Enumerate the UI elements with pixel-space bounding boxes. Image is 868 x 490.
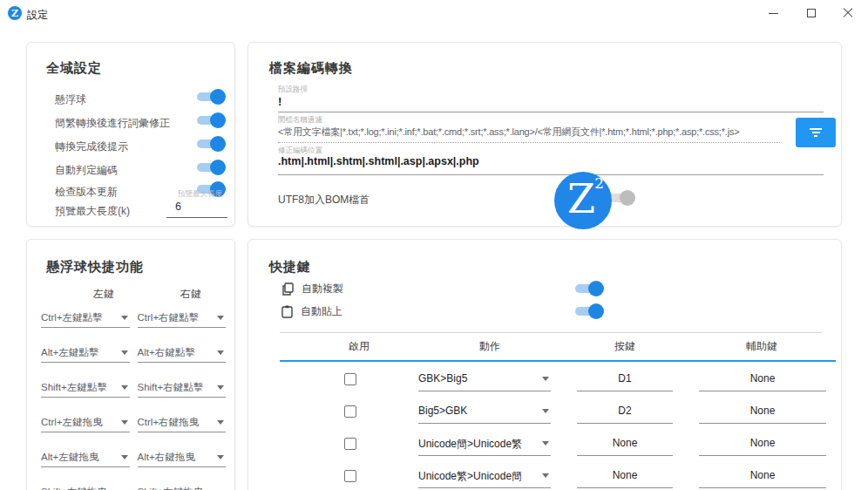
key-field[interactable]: D2: [577, 405, 673, 424]
dropdown-row: Alt+左鍵點擊 Alt+右鍵點擊: [41, 346, 226, 363]
setting-label-vocab-fix: 簡繁轉換後進行詞彙修正: [55, 116, 170, 131]
key-field[interactable]: None: [577, 437, 673, 456]
z2-logo: Z 2: [554, 172, 612, 229]
chevron-down-icon: [217, 350, 224, 355]
shortcut-dropdown-grid: Ctrl+左鍵點擊 Ctrl+右鍵點擊 Alt+左鍵點擊 Alt+右鍵點擊 Sh…: [41, 311, 226, 490]
window-title: 設定: [27, 8, 48, 23]
dropdown-row: Shift+左鍵拖曳 Shift+右鍵拖曳: [41, 486, 226, 490]
preview-length-hint: 預覽最大長度: [178, 189, 222, 200]
dropdown-row: Shift+左鍵點擊 Shift+右鍵點擊: [41, 381, 226, 398]
modifier-field[interactable]: None: [699, 372, 826, 391]
close-button[interactable]: [830, 0, 866, 26]
hotkey-table-row: GBK>Big5 D1 None: [248, 367, 843, 399]
modifier-field[interactable]: None: [699, 469, 826, 488]
filter-button[interactable]: [796, 118, 836, 147]
panel-title-global: 全域設定: [46, 60, 102, 77]
default-path-input[interactable]: !: [278, 95, 281, 108]
open-filter-input[interactable]: <常用文字檔案|*.txt;*.log;*.ini;*.inf;*.bat;*.…: [278, 126, 790, 139]
dropdown-row: Alt+左鍵拖曳 Alt+右鍵拖曳: [41, 451, 226, 467]
key-field[interactable]: None: [577, 469, 673, 488]
chevron-down-icon: [121, 385, 128, 390]
app-logo-icon: Z: [8, 6, 22, 20]
global-settings-panel: 全域設定 懸浮球 簡繁轉換後進行詞彙修正 轉換完成後提示 自動判定編碼 檢查版本…: [26, 42, 235, 227]
maximize-icon: [807, 9, 816, 17]
table-header-modifier: 輔助鍵: [746, 339, 777, 354]
setting-label-auto-encoding: 自動判定編碼: [55, 163, 118, 178]
divider: [278, 112, 824, 112]
chevron-down-icon: [542, 409, 549, 413]
dropdown-alt-right-click[interactable]: Alt+右鍵點擊: [138, 346, 227, 363]
preview-length-input[interactable]: 6: [166, 201, 227, 218]
table-header-action: 動作: [479, 339, 500, 354]
open-filter-label: 開檔名稱過濾: [278, 115, 322, 126]
file-conversion-panel: 檔案編碼轉換 預設路徑 ! 開檔名稱過濾 <常用文字檔案|*.txt;*.log…: [248, 42, 842, 227]
chevron-down-icon: [217, 385, 224, 390]
action-dropdown[interactable]: GBK>Big5: [418, 372, 551, 391]
copy-icon: [281, 282, 294, 296]
enable-checkbox[interactable]: [344, 438, 356, 450]
chevron-down-icon: [121, 350, 128, 355]
chevron-down-icon: [121, 420, 128, 425]
modifier-field[interactable]: None: [699, 437, 826, 456]
minimize-button[interactable]: [755, 0, 791, 26]
chevron-down-icon: [217, 420, 224, 425]
close-icon: [843, 8, 853, 18]
action-dropdown[interactable]: Unicode簡>Unicode繁: [418, 437, 551, 456]
dropdown-shift-left-drag[interactable]: Shift+左鍵拖曳: [41, 486, 130, 490]
float-ball-panel: 懸浮球快捷功能 左鍵 右鍵 Ctrl+左鍵點擊 Ctrl+右鍵點擊 Alt+左鍵…: [26, 239, 235, 490]
dropdown-alt-right-drag[interactable]: Alt+右鍵拖曳: [138, 451, 227, 467]
chevron-down-icon: [121, 316, 128, 320]
dropdown-ctrl-left-click[interactable]: Ctrl+左鍵點擊: [41, 311, 130, 328]
hotkey-table-row: Big5>GBK D2 None: [248, 399, 843, 432]
enable-checkbox[interactable]: [344, 470, 356, 482]
title-bar: Z 設定: [0, 0, 868, 26]
auto-paste-row: 自動貼上: [281, 304, 342, 319]
action-dropdown[interactable]: Unicode繁>Unicode簡: [418, 469, 551, 488]
setting-label-check-update: 檢查版本更新: [55, 185, 118, 200]
setting-label-floating-ball: 懸浮球: [55, 92, 86, 107]
toggle-notify-done[interactable]: [194, 135, 226, 153]
dropdown-shift-right-drag[interactable]: Shift+右鍵拖曳: [138, 486, 227, 490]
table-header-enable: 啟用: [349, 339, 370, 354]
hotkey-table-row: Unicode繁>Unicode簡 None None: [248, 464, 843, 490]
fix-encoding-input[interactable]: .htm|.html|.shtm|.shtml|.asp|.apsx|.php: [278, 155, 479, 167]
column-header-left-key: 左鍵: [69, 287, 139, 302]
dropdown-ctrl-left-drag[interactable]: Ctrl+左鍵拖曳: [41, 416, 130, 432]
column-header-right-key: 右鍵: [156, 287, 226, 302]
dropdown-alt-left-click[interactable]: Alt+左鍵點擊: [41, 346, 130, 363]
chevron-down-icon: [542, 473, 549, 478]
toggle-floating-ball[interactable]: [194, 88, 226, 105]
chevron-down-icon: [121, 455, 128, 459]
action-dropdown[interactable]: Big5>GBK: [418, 405, 551, 424]
auto-copy-row: 自動複製: [281, 282, 343, 296]
dropdown-alt-left-drag[interactable]: Alt+左鍵拖曳: [41, 451, 130, 467]
dropdown-ctrl-right-click[interactable]: Ctrl+右鍵點擊: [138, 311, 227, 328]
dropdown-shift-left-click[interactable]: Shift+左鍵點擊: [41, 381, 130, 398]
divider: [278, 174, 824, 175]
dropdown-row: Ctrl+左鍵點擊 Ctrl+右鍵點擊: [41, 311, 226, 328]
divider: [280, 332, 822, 333]
toggle-auto-copy[interactable]: [573, 280, 604, 297]
chevron-down-icon: [542, 441, 549, 446]
enable-checkbox[interactable]: [344, 373, 356, 385]
maximize-button[interactable]: [793, 0, 830, 26]
modifier-field[interactable]: None: [699, 405, 826, 424]
dropdown-shift-right-click[interactable]: Shift+右鍵點擊: [138, 381, 227, 398]
dropdown-ctrl-right-drag[interactable]: Ctrl+右鍵拖曳: [138, 416, 227, 432]
chevron-down-icon: [217, 316, 224, 320]
enable-checkbox[interactable]: [344, 405, 356, 418]
utf8-bom-label: UTF8加入BOM檔首: [278, 193, 370, 208]
hotkeys-panel: 快捷鍵 自動複製 自動貼上 啟用 動作 按鍵 輔助鍵 GBK>Big5 D1 N…: [248, 239, 842, 490]
table-header-underline: [280, 360, 836, 362]
toggle-auto-paste[interactable]: [573, 303, 604, 320]
minimize-icon: [769, 13, 778, 14]
divider: [278, 142, 780, 143]
toggle-vocab-fix[interactable]: [194, 112, 226, 129]
setting-label-notify-done: 轉換完成後提示: [55, 140, 128, 154]
key-field[interactable]: D1: [577, 372, 673, 391]
paste-icon: [281, 305, 293, 318]
auto-paste-label: 自動貼上: [301, 304, 342, 319]
toggle-auto-encoding[interactable]: [194, 159, 226, 176]
auto-copy-label: 自動複製: [302, 282, 343, 296]
panel-title-float: 懸浮球快捷功能: [46, 259, 144, 276]
